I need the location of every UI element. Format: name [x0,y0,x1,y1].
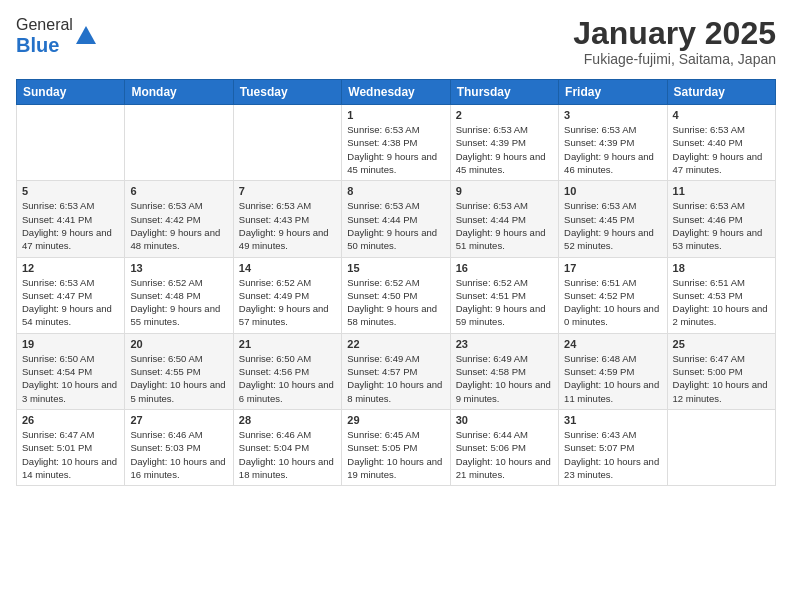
calendar-cell: 1Sunrise: 6:53 AM Sunset: 4:38 PM Daylig… [342,105,450,181]
logo-blue-text: Blue [16,34,59,56]
calendar-cell: 11Sunrise: 6:53 AM Sunset: 4:46 PM Dayli… [667,181,775,257]
day-number: 3 [564,109,661,121]
day-info: Sunrise: 6:48 AM Sunset: 4:59 PM Dayligh… [564,352,661,405]
calendar-cell: 29Sunrise: 6:45 AM Sunset: 5:05 PM Dayli… [342,409,450,485]
day-info: Sunrise: 6:44 AM Sunset: 5:06 PM Dayligh… [456,428,553,481]
month-title: January 2025 [573,16,776,51]
calendar-cell: 12Sunrise: 6:53 AM Sunset: 4:47 PM Dayli… [17,257,125,333]
day-info: Sunrise: 6:53 AM Sunset: 4:38 PM Dayligh… [347,123,444,176]
calendar-table: SundayMondayTuesdayWednesdayThursdayFrid… [16,79,776,486]
day-info: Sunrise: 6:46 AM Sunset: 5:04 PM Dayligh… [239,428,336,481]
day-number: 23 [456,338,553,350]
calendar-cell: 26Sunrise: 6:47 AM Sunset: 5:01 PM Dayli… [17,409,125,485]
day-info: Sunrise: 6:53 AM Sunset: 4:39 PM Dayligh… [456,123,553,176]
day-number: 24 [564,338,661,350]
day-info: Sunrise: 6:52 AM Sunset: 4:50 PM Dayligh… [347,276,444,329]
calendar-week-row: 12Sunrise: 6:53 AM Sunset: 4:47 PM Dayli… [17,257,776,333]
day-number: 14 [239,262,336,274]
calendar-cell: 8Sunrise: 6:53 AM Sunset: 4:44 PM Daylig… [342,181,450,257]
day-number: 29 [347,414,444,426]
calendar-cell: 27Sunrise: 6:46 AM Sunset: 5:03 PM Dayli… [125,409,233,485]
weekday-header-friday: Friday [559,80,667,105]
day-number: 17 [564,262,661,274]
calendar-cell [233,105,341,181]
calendar-cell: 9Sunrise: 6:53 AM Sunset: 4:44 PM Daylig… [450,181,558,257]
day-info: Sunrise: 6:46 AM Sunset: 5:03 PM Dayligh… [130,428,227,481]
day-number: 8 [347,185,444,197]
day-info: Sunrise: 6:50 AM Sunset: 4:55 PM Dayligh… [130,352,227,405]
day-info: Sunrise: 6:52 AM Sunset: 4:48 PM Dayligh… [130,276,227,329]
day-number: 10 [564,185,661,197]
calendar-cell: 4Sunrise: 6:53 AM Sunset: 4:40 PM Daylig… [667,105,775,181]
calendar-cell: 7Sunrise: 6:53 AM Sunset: 4:43 PM Daylig… [233,181,341,257]
logo: General Blue [16,16,96,57]
day-number: 25 [673,338,770,350]
day-number: 5 [22,185,119,197]
location-text: Fukiage-fujimi, Saitama, Japan [573,51,776,67]
calendar-week-row: 5Sunrise: 6:53 AM Sunset: 4:41 PM Daylig… [17,181,776,257]
calendar-cell: 19Sunrise: 6:50 AM Sunset: 4:54 PM Dayli… [17,333,125,409]
day-info: Sunrise: 6:53 AM Sunset: 4:39 PM Dayligh… [564,123,661,176]
calendar-week-row: 1Sunrise: 6:53 AM Sunset: 4:38 PM Daylig… [17,105,776,181]
calendar-cell: 10Sunrise: 6:53 AM Sunset: 4:45 PM Dayli… [559,181,667,257]
day-number: 22 [347,338,444,350]
calendar-cell: 23Sunrise: 6:49 AM Sunset: 4:58 PM Dayli… [450,333,558,409]
logo-general-text: General [16,16,73,33]
day-number: 26 [22,414,119,426]
day-number: 4 [673,109,770,121]
title-section: January 2025 Fukiage-fujimi, Saitama, Ja… [573,16,776,67]
calendar-cell: 13Sunrise: 6:52 AM Sunset: 4:48 PM Dayli… [125,257,233,333]
calendar-cell: 17Sunrise: 6:51 AM Sunset: 4:52 PM Dayli… [559,257,667,333]
calendar-week-row: 26Sunrise: 6:47 AM Sunset: 5:01 PM Dayli… [17,409,776,485]
day-number: 12 [22,262,119,274]
day-info: Sunrise: 6:53 AM Sunset: 4:44 PM Dayligh… [456,199,553,252]
day-number: 11 [673,185,770,197]
day-info: Sunrise: 6:50 AM Sunset: 4:54 PM Dayligh… [22,352,119,405]
calendar-cell: 20Sunrise: 6:50 AM Sunset: 4:55 PM Dayli… [125,333,233,409]
weekday-header-monday: Monday [125,80,233,105]
day-number: 1 [347,109,444,121]
day-info: Sunrise: 6:43 AM Sunset: 5:07 PM Dayligh… [564,428,661,481]
day-info: Sunrise: 6:50 AM Sunset: 4:56 PM Dayligh… [239,352,336,405]
day-number: 27 [130,414,227,426]
day-info: Sunrise: 6:53 AM Sunset: 4:45 PM Dayligh… [564,199,661,252]
weekday-header-row: SundayMondayTuesdayWednesdayThursdayFrid… [17,80,776,105]
calendar-cell: 25Sunrise: 6:47 AM Sunset: 5:00 PM Dayli… [667,333,775,409]
calendar-cell [125,105,233,181]
day-info: Sunrise: 6:47 AM Sunset: 5:01 PM Dayligh… [22,428,119,481]
day-number: 9 [456,185,553,197]
day-number: 20 [130,338,227,350]
calendar-cell: 2Sunrise: 6:53 AM Sunset: 4:39 PM Daylig… [450,105,558,181]
day-number: 15 [347,262,444,274]
calendar-cell: 31Sunrise: 6:43 AM Sunset: 5:07 PM Dayli… [559,409,667,485]
calendar-cell: 21Sunrise: 6:50 AM Sunset: 4:56 PM Dayli… [233,333,341,409]
day-info: Sunrise: 6:47 AM Sunset: 5:00 PM Dayligh… [673,352,770,405]
calendar-cell: 28Sunrise: 6:46 AM Sunset: 5:04 PM Dayli… [233,409,341,485]
weekday-header-tuesday: Tuesday [233,80,341,105]
day-info: Sunrise: 6:49 AM Sunset: 4:57 PM Dayligh… [347,352,444,405]
weekday-header-sunday: Sunday [17,80,125,105]
day-info: Sunrise: 6:52 AM Sunset: 4:49 PM Dayligh… [239,276,336,329]
day-number: 7 [239,185,336,197]
day-number: 21 [239,338,336,350]
day-number: 2 [456,109,553,121]
day-info: Sunrise: 6:53 AM Sunset: 4:41 PM Dayligh… [22,199,119,252]
calendar-cell: 6Sunrise: 6:53 AM Sunset: 4:42 PM Daylig… [125,181,233,257]
day-info: Sunrise: 6:45 AM Sunset: 5:05 PM Dayligh… [347,428,444,481]
day-number: 31 [564,414,661,426]
calendar-cell: 14Sunrise: 6:52 AM Sunset: 4:49 PM Dayli… [233,257,341,333]
day-info: Sunrise: 6:51 AM Sunset: 4:53 PM Dayligh… [673,276,770,329]
day-info: Sunrise: 6:51 AM Sunset: 4:52 PM Dayligh… [564,276,661,329]
day-info: Sunrise: 6:52 AM Sunset: 4:51 PM Dayligh… [456,276,553,329]
day-info: Sunrise: 6:53 AM Sunset: 4:44 PM Dayligh… [347,199,444,252]
page-header: General Blue January 2025 Fukiage-fujimi… [16,16,776,67]
calendar-week-row: 19Sunrise: 6:50 AM Sunset: 4:54 PM Dayli… [17,333,776,409]
calendar-cell: 30Sunrise: 6:44 AM Sunset: 5:06 PM Dayli… [450,409,558,485]
calendar-cell: 24Sunrise: 6:48 AM Sunset: 4:59 PM Dayli… [559,333,667,409]
calendar-cell: 3Sunrise: 6:53 AM Sunset: 4:39 PM Daylig… [559,105,667,181]
calendar-cell: 16Sunrise: 6:52 AM Sunset: 4:51 PM Dayli… [450,257,558,333]
calendar-cell [667,409,775,485]
day-number: 13 [130,262,227,274]
day-info: Sunrise: 6:53 AM Sunset: 4:42 PM Dayligh… [130,199,227,252]
calendar-cell: 18Sunrise: 6:51 AM Sunset: 4:53 PM Dayli… [667,257,775,333]
